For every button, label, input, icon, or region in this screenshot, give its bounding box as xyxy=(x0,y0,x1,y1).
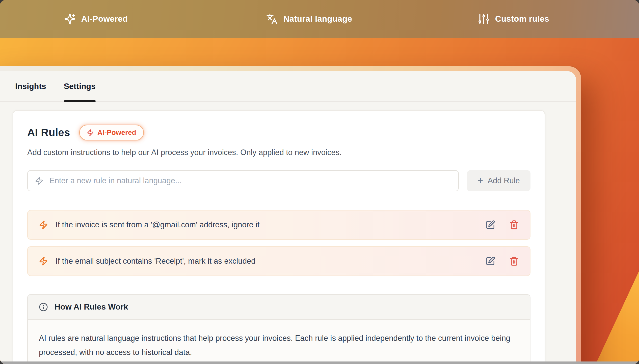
rule-text: If the email subject contains 'Receipt',… xyxy=(56,257,486,266)
ai-powered-badge: AI-Powered xyxy=(79,125,144,140)
add-rule-button[interactable]: + Add Rule xyxy=(467,170,530,191)
rules-list: If the invoice is sent from a '@gmail.co… xyxy=(27,210,530,276)
wallpaper-diagonal-highlight xyxy=(575,252,639,364)
info-card-text: AI rules are natural language instructio… xyxy=(39,331,518,359)
info-card-title: How AI Rules Work xyxy=(55,302,128,312)
new-rule-input[interactable] xyxy=(49,176,451,186)
how-ai-rules-work-card: How AI Rules Work AI rules are natural l… xyxy=(27,294,530,364)
rule-row: If the email subject contains 'Receipt',… xyxy=(27,246,530,276)
ai-rules-card: AI Rules AI-Powered Add custom instructi… xyxy=(13,110,545,364)
tab-label: Insights xyxy=(15,82,46,91)
feature-natural-language: Natural language xyxy=(266,13,352,25)
info-card-header: How AI Rules Work xyxy=(28,295,530,320)
tab-label: Settings xyxy=(64,82,96,91)
screenshot-root: AI-Powered Natural language Custom rules xyxy=(0,0,639,364)
ai-rules-title: AI Rules xyxy=(27,127,70,139)
tab-insights[interactable]: Insights xyxy=(15,71,46,101)
bolt-icon xyxy=(87,129,94,136)
info-icon xyxy=(39,302,48,312)
trash-icon xyxy=(509,256,519,266)
new-rule-row: + Add Rule xyxy=(27,170,530,191)
edit-icon xyxy=(486,220,495,230)
edit-icon xyxy=(486,256,495,266)
edit-rule-button[interactable] xyxy=(486,256,495,266)
app-window: Insights Settings AI Rules AI-Powered xyxy=(0,66,581,364)
new-rule-input-shell xyxy=(27,170,459,191)
feature-ai-powered: AI-Powered xyxy=(64,13,128,25)
edit-rule-button[interactable] xyxy=(486,220,495,230)
tab-bar: Insights Settings xyxy=(0,71,576,102)
sparkles-icon xyxy=(64,13,76,25)
image-bottom-edge xyxy=(0,361,639,364)
rule-text: If the invoice is sent from a '@gmail.co… xyxy=(56,220,486,229)
feature-label: Natural language xyxy=(283,14,352,24)
plus-icon: + xyxy=(477,175,483,185)
feature-label: AI-Powered xyxy=(81,14,128,24)
bolt-icon xyxy=(39,257,48,266)
ai-rules-description: Add custom instructions to help our AI p… xyxy=(27,148,530,157)
feature-custom-rules: Custom rules xyxy=(478,13,549,25)
tab-settings[interactable]: Settings xyxy=(64,71,96,101)
rule-row: If the invoice is sent from a '@gmail.co… xyxy=(27,210,530,240)
bolt-icon xyxy=(39,220,48,229)
feature-label: Custom rules xyxy=(495,14,549,24)
feature-bar: AI-Powered Natural language Custom rules xyxy=(0,0,639,38)
trash-icon xyxy=(509,220,519,230)
translate-icon xyxy=(266,13,278,25)
badge-label: AI-Powered xyxy=(97,129,136,137)
add-rule-label: Add Rule xyxy=(488,176,520,185)
delete-rule-button[interactable] xyxy=(509,220,519,230)
info-card-body: AI rules are natural language instructio… xyxy=(28,320,530,364)
window-content: Insights Settings AI Rules AI-Powered xyxy=(0,71,576,364)
bolt-icon xyxy=(35,176,43,185)
delete-rule-button[interactable] xyxy=(509,256,519,266)
ai-rules-title-row: AI Rules AI-Powered xyxy=(27,125,530,140)
sliders-icon xyxy=(478,13,490,25)
